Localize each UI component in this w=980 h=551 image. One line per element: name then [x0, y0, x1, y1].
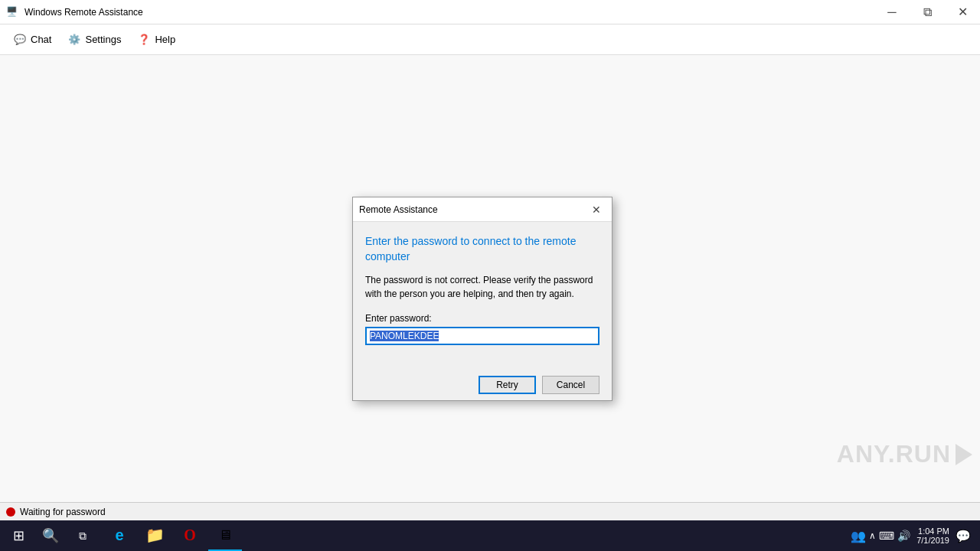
- dialog-title-bar: Remote Assistance ✕: [353, 197, 612, 222]
- help-icon: ❓: [136, 32, 152, 47]
- settings-label: Settings: [85, 34, 121, 45]
- chat-label: Chat: [31, 34, 51, 45]
- task-view-icon: ⧉: [79, 530, 87, 543]
- anyrun-watermark: ANY.RUN: [837, 440, 972, 468]
- search-icon: 🔍: [42, 527, 59, 544]
- dialog-heading: Enter the password to connect to the rem…: [365, 234, 599, 264]
- taskbar-opera[interactable]: O: [173, 520, 207, 551]
- toolbar-help[interactable]: ❓ Help: [130, 29, 181, 51]
- content-area: ANY.RUN Remote Assistance ✕ Enter the pa…: [0, 55, 980, 502]
- close-button[interactable]: ✕: [945, 0, 980, 24]
- status-bar: Waiting for password: [0, 502, 980, 520]
- taskbar-left: ⊞ 🔍 ⧉ e 📁 O 🖥: [3, 520, 242, 551]
- keyboard-icon[interactable]: ⌨: [879, 530, 894, 542]
- retry-button[interactable]: Retry: [479, 376, 536, 394]
- opera-icon: O: [184, 527, 196, 544]
- remote-assistance-dialog: Remote Assistance ✕ Enter the password t…: [352, 197, 612, 401]
- notification-icon[interactable]: 💬: [956, 529, 971, 543]
- clock-time: 1:04 PM: [918, 527, 949, 536]
- toolbar-chat[interactable]: 💬 Chat: [6, 29, 57, 51]
- app-icon: 🖥️: [6, 6, 18, 18]
- status-indicator: [6, 507, 15, 517]
- taskbar-clock[interactable]: 1:04 PM 7/1/2019: [916, 527, 949, 545]
- anyrun-text: ANY.RUN: [837, 440, 951, 468]
- taskbar: ⊞ 🔍 ⧉ e 📁 O 🖥: [0, 520, 980, 551]
- dialog-message: The password is not correct. Please veri…: [365, 273, 599, 301]
- search-button[interactable]: 🔍: [35, 520, 66, 551]
- settings-icon: ⚙️: [67, 32, 82, 47]
- title-bar: 🖥️ Windows Remote Assistance ─ ⧉ ✕: [0, 0, 980, 24]
- taskbar-files[interactable]: 📁: [138, 520, 172, 551]
- title-bar-controls: ─ ⧉ ✕: [874, 0, 980, 24]
- files-icon: 📁: [145, 526, 165, 544]
- status-text: Waiting for password: [20, 507, 106, 517]
- taskbar-edge[interactable]: e: [103, 520, 136, 551]
- dialog-title: Remote Assistance: [359, 204, 438, 215]
- main-window: 🖥️ Windows Remote Assistance ─ ⧉ ✕ 💬 Cha…: [0, 0, 980, 551]
- title-bar-left: 🖥️ Windows Remote Assistance: [0, 6, 143, 18]
- people-icon[interactable]: 👥: [851, 529, 866, 543]
- task-view-button[interactable]: ⧉: [67, 520, 98, 551]
- minimize-button[interactable]: ─: [874, 0, 910, 24]
- taskbar-apps: e 📁 O 🖥: [103, 520, 242, 551]
- clock-date: 7/1/2019: [916, 536, 949, 545]
- remote-assistance-icon: 🖥: [218, 527, 232, 543]
- edge-icon: e: [115, 527, 123, 544]
- chat-icon: 💬: [12, 32, 28, 47]
- dialog-body: Enter the password to connect to the rem…: [353, 222, 612, 370]
- password-label: Enter password:: [365, 313, 599, 324]
- speaker-icon[interactable]: 🔊: [897, 530, 910, 542]
- start-button[interactable]: ⊞: [3, 520, 34, 551]
- taskbar-systray: 👥 ∧ ⌨ 🔊: [851, 529, 910, 543]
- start-icon: ⊞: [13, 527, 24, 544]
- title-bar-title: Windows Remote Assistance: [24, 7, 143, 18]
- taskbar-remote-assistance[interactable]: 🖥: [208, 520, 242, 551]
- help-label: Help: [155, 34, 175, 45]
- chevron-up-icon[interactable]: ∧: [869, 530, 876, 541]
- cancel-button[interactable]: Cancel: [542, 376, 599, 394]
- dialog-close-button[interactable]: ✕: [587, 201, 606, 219]
- dialog-footer: Retry Cancel: [353, 370, 612, 400]
- password-input[interactable]: [365, 327, 599, 345]
- anyrun-triangle-icon: [956, 444, 972, 465]
- toolbar-settings[interactable]: ⚙️ Settings: [60, 29, 127, 51]
- restore-button[interactable]: ⧉: [910, 0, 945, 24]
- toolbar: 💬 Chat ⚙️ Settings ❓ Help: [0, 24, 980, 55]
- taskbar-right: 👥 ∧ ⌨ 🔊 1:04 PM 7/1/2019 💬: [851, 527, 977, 545]
